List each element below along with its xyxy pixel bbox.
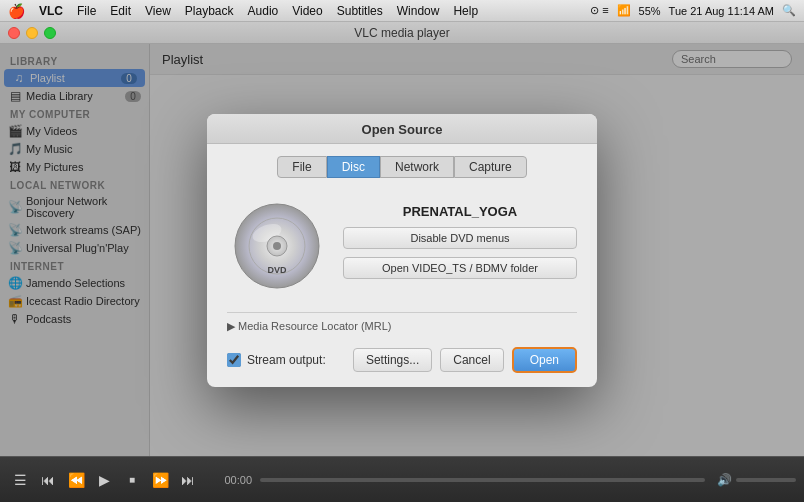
next-icon: ⏭ — [181, 472, 195, 488]
modal-footer: Stream output: Settings... Cancel Open — [207, 339, 597, 387]
menu-bar-left: 🍎 VLC File Edit View Playback Audio Vide… — [8, 3, 574, 19]
subtitles-menu[interactable]: Subtitles — [337, 4, 383, 18]
traffic-lights — [8, 27, 56, 39]
svg-text:DVD: DVD — [267, 265, 287, 275]
progress-bar[interactable] — [260, 478, 705, 482]
cancel-button[interactable]: Cancel — [440, 348, 503, 372]
disc-name: PRENATAL_YOGA — [343, 204, 577, 219]
menu-button[interactable]: ☰ — [8, 468, 32, 492]
modal-right: PRENATAL_YOGA Disable DVD menus Open VID… — [343, 196, 577, 279]
playback-menu[interactable]: Playback — [185, 4, 234, 18]
menu-bar-right: ⊙ ≡ 📶 55% Tue 21 Aug 11:14 AM 🔍 — [590, 4, 796, 17]
rewind-button[interactable]: ⏪ — [64, 468, 88, 492]
next-button[interactable]: ⏭ — [176, 468, 200, 492]
current-time: 00:00 — [212, 474, 252, 486]
status-icons: ⊙ ≡ — [590, 4, 608, 17]
volume-area: 🔊 — [717, 473, 796, 487]
stop-icon: ■ — [129, 474, 135, 485]
open-video-ts-button[interactable]: Open VIDEO_TS / BDMV folder — [343, 257, 577, 279]
open-button[interactable]: Open — [512, 347, 577, 373]
fforward-icon: ⏩ — [152, 472, 169, 488]
stream-output-label: Stream output: — [247, 353, 326, 367]
battery-status: 55% — [639, 5, 661, 17]
settings-button[interactable]: Settings... — [353, 348, 432, 372]
tab-capture[interactable]: Capture — [454, 156, 527, 178]
help-menu[interactable]: Help — [453, 4, 478, 18]
modal-overlay: Open Source File Disc Network Capture — [0, 44, 804, 456]
prev-icon: ⏮ — [41, 472, 55, 488]
vlc-menu[interactable]: VLC — [39, 4, 63, 18]
mrl-label: ▶ Media Resource Locator (MRL) — [227, 320, 392, 332]
play-icon: ▶ — [99, 472, 110, 488]
prev-button[interactable]: ⏮ — [36, 468, 60, 492]
edit-menu[interactable]: Edit — [110, 4, 131, 18]
disc-image: DVD — [232, 201, 322, 291]
mrl-section: ▶ Media Resource Locator (MRL) — [227, 312, 577, 339]
stream-output-checkbox[interactable] — [227, 353, 241, 367]
minimize-button[interactable] — [26, 27, 38, 39]
video-menu[interactable]: Video — [292, 4, 322, 18]
window-title: VLC media player — [354, 26, 449, 40]
audio-menu[interactable]: Audio — [248, 4, 279, 18]
file-menu[interactable]: File — [77, 4, 96, 18]
apple-menu[interactable]: 🍎 — [8, 3, 25, 19]
menu-icon: ☰ — [14, 472, 27, 488]
svg-point-4 — [273, 242, 281, 250]
tab-file[interactable]: File — [277, 156, 326, 178]
modal-tabs: File Disc Network Capture — [207, 144, 597, 186]
menu-bar: 🍎 VLC File Edit View Playback Audio Vide… — [0, 0, 804, 22]
open-source-dialog: Open Source File Disc Network Capture — [207, 114, 597, 387]
disc-visual: DVD — [227, 196, 327, 296]
close-button[interactable] — [8, 27, 20, 39]
stop-button[interactable]: ■ — [120, 468, 144, 492]
wifi-icon: 📶 — [617, 4, 631, 17]
datetime: Tue 21 Aug 11:14 AM — [669, 5, 774, 17]
rewind-icon: ⏪ — [68, 472, 85, 488]
window-title-bar: VLC media player — [0, 22, 804, 44]
disable-dvd-menus-button[interactable]: Disable DVD menus — [343, 227, 577, 249]
stream-output: Stream output: — [227, 353, 326, 367]
modal-footer-right: Settings... Cancel Open — [353, 347, 577, 373]
window-menu[interactable]: Window — [397, 4, 440, 18]
tab-disc[interactable]: Disc — [327, 156, 380, 178]
fforward-button[interactable]: ⏩ — [148, 468, 172, 492]
volume-icon: 🔊 — [717, 473, 732, 487]
search-icon[interactable]: 🔍 — [782, 4, 796, 17]
progress-area: 00:00 — [204, 474, 713, 486]
play-button[interactable]: ▶ — [92, 468, 116, 492]
tab-network[interactable]: Network — [380, 156, 454, 178]
bottom-toolbar: ☰ ⏮ ⏪ ▶ ■ ⏩ ⏭ 00:00 🔊 — [0, 456, 804, 502]
maximize-button[interactable] — [44, 27, 56, 39]
modal-title: Open Source — [207, 114, 597, 144]
volume-slider[interactable] — [736, 478, 796, 482]
modal-body: DVD PRENATAL_YOGA Disable DVD menus Open… — [207, 186, 597, 312]
view-menu[interactable]: View — [145, 4, 171, 18]
